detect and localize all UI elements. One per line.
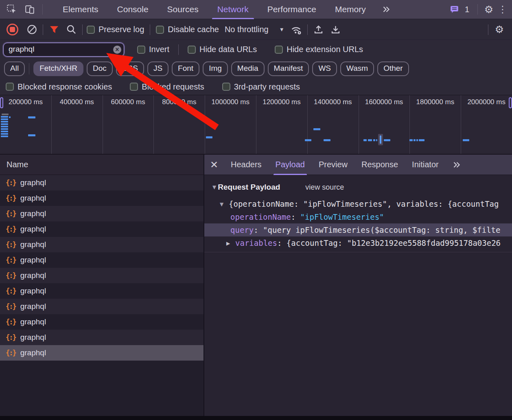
close-details-icon[interactable]: ✕ [204,155,224,175]
timeline-request-bar [368,139,372,141]
network-request-row[interactable]: {:}graphql [0,345,203,361]
type-filter-css[interactable]: CSS [116,61,144,76]
wifi-gear-svg [290,24,302,35]
network-request-row[interactable]: {:}graphql [0,237,203,252]
checkbox-box[interactable] [275,46,283,54]
checkbox-box[interactable] [137,46,145,54]
payload-line[interactable]: ▶variables: {accountTag: "b12e3b2192ee55… [204,236,512,249]
details-tab-headers[interactable]: Headers [224,155,269,175]
disable-cache-checkbox[interactable]: Disable cache [156,25,219,34]
timeline-tick-label: 2000000 ms [461,98,512,106]
checkbox-box[interactable] [222,83,230,91]
type-filter-other[interactable]: Other [377,61,409,76]
hide-extension-urls-checkbox[interactable]: Hide extension URLs [275,45,363,54]
braces-icon: {:} [6,302,16,311]
network-request-row[interactable]: {:}graphql [0,268,203,283]
network-settings-gear-icon[interactable]: ⚙ [492,23,506,37]
type-filter-ws[interactable]: WS [312,61,337,76]
type-filter-fetch-xhr[interactable]: Fetch/XHR [33,61,83,76]
resource-type-filter-row: AllFetch/XHRDocCSSJSFontImgMediaManifest… [0,59,512,79]
collapse-icon[interactable]: ▼ [220,198,223,210]
hide-data-urls-checkbox[interactable]: Hide data URLs [188,45,257,54]
network-request-row[interactable]: {:}graphql [0,330,203,345]
timeline-left-handle[interactable] [0,97,3,108]
type-filter-img[interactable]: Img [203,61,228,76]
payload-line[interactable]: query: "query ipFlowTimeseries($accountT… [204,223,512,236]
details-tab-payload[interactable]: Payload [269,155,312,175]
device-toolbar-icon[interactable] [23,2,37,16]
invert-checkbox[interactable]: Invert [137,45,169,54]
tab-performance[interactable]: Performance [258,0,326,19]
details-tab-response[interactable]: Response [354,155,405,175]
throttling-dropdown[interactable]: No throttling ▼ [225,25,284,34]
timeline-request-bar [1,118,8,120]
clear-network-log-icon[interactable] [25,23,39,37]
timeline-request-bar [419,139,424,141]
checkbox-label: 3rd-party requests [234,82,300,92]
name-column-header[interactable]: Name [0,155,203,175]
tab-elements[interactable]: Elements [53,0,108,19]
network-request-row[interactable]: {:}graphql [0,206,203,221]
dropdown-caret-icon: ▼ [279,26,284,33]
type-filter-manifest[interactable]: Manifest [268,61,309,76]
network-request-row[interactable]: {:}graphql [0,283,203,299]
network-request-row[interactable]: {:}graphql [0,314,203,330]
type-filter-media[interactable]: Media [231,61,265,76]
network-request-row[interactable]: {:}graphql [0,252,203,268]
name-header-label: Name [7,160,28,169]
more-tabs-icon[interactable] [375,5,397,13]
details-tab-preview[interactable]: Preview [312,155,354,175]
record-network-log-button[interactable] [7,24,18,35]
checkbox-box[interactable] [188,46,196,54]
network-request-row[interactable]: {:}graphql [0,190,203,206]
tab-network[interactable]: Network [208,0,258,19]
checkbox-box[interactable] [130,83,138,91]
more-details-tabs-icon[interactable] [446,161,468,169]
preserve-log-checkbox[interactable]: Preserve log [87,25,144,34]
3rd-party-requests-checkbox[interactable]: 3rd-party requests [222,82,300,92]
timeline-right-handle[interactable] [509,97,512,108]
checkbox-box[interactable] [87,26,95,34]
type-filter-js[interactable]: JS [147,61,168,76]
type-filter-all[interactable]: All [4,61,25,76]
kebab-menu-icon[interactable]: ⋮ [496,2,510,16]
checkbox-box[interactable] [156,26,164,34]
expand-icon[interactable]: ▶ [226,237,230,249]
checkbox-box[interactable] [6,83,14,91]
tab-sources[interactable]: Sources [158,0,208,19]
toolbar-divider [307,24,308,35]
network-overview-timeline[interactable]: 200000 ms400000 ms600000 ms800000 ms1000… [0,95,512,155]
filter-input[interactable] [3,43,124,57]
inspect-element-icon[interactable] [5,2,19,16]
collapse-section-icon[interactable]: ▼ [212,184,216,190]
type-filter-wasm[interactable]: Wasm [340,61,374,76]
timeline-request-bar [376,139,377,141]
network-request-row[interactable]: {:}graphql [0,221,203,237]
payload-line[interactable]: ▼{operationName: "ipFlowTimeseries", var… [204,197,512,210]
export-har-icon[interactable] [329,23,343,37]
timeline-tick-label: 600000 ms [103,98,154,106]
issues-count[interactable]: 1 [465,5,469,14]
double-chevron-icon [452,161,461,169]
type-filter-doc[interactable]: Doc [87,61,113,76]
tab-memory[interactable]: Memory [326,0,375,19]
network-request-row[interactable]: {:}graphql [0,299,203,314]
request-filter-checkbox-row: Blocked response cookiesBlocked requests… [0,79,512,95]
type-filter-font[interactable]: Font [172,61,199,76]
network-request-row[interactable]: {:}graphql [0,175,203,190]
blocked-response-cookies-checkbox[interactable]: Blocked response cookies [6,82,112,92]
issues-icon[interactable] [448,2,462,16]
payload-line[interactable]: operationName: "ipFlowTimeseries" [204,210,512,223]
tab-console[interactable]: Console [108,0,158,19]
search-icon[interactable] [64,23,78,37]
timeline-tick-label: 400000 ms [51,98,103,106]
timeline-gridline [103,95,103,154]
filter-icon[interactable] [47,23,61,37]
network-conditions-icon[interactable] [289,23,303,37]
import-har-icon[interactable] [312,23,326,37]
blocked-requests-checkbox[interactable]: Blocked requests [130,82,204,92]
settings-gear-icon[interactable]: ⚙ [482,2,496,16]
details-tab-initiator[interactable]: Initiator [405,155,446,175]
clear-filter-icon[interactable]: × [113,46,121,54]
view-source-link[interactable]: view source [305,183,344,192]
